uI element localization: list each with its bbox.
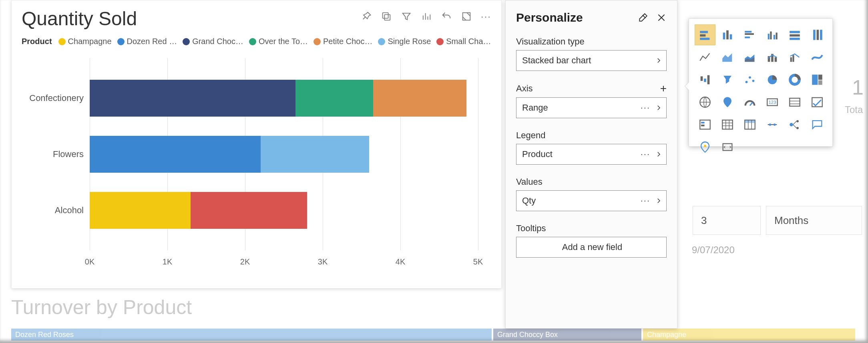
viz-option-area[interactable] [717, 47, 738, 68]
x-tick-label: 3K [318, 257, 328, 266]
svg-point-31 [749, 77, 751, 79]
legend-title: Product [22, 37, 52, 46]
legend-more-icon[interactable]: ··· [641, 149, 650, 159]
viz-option-scatter[interactable] [739, 69, 760, 90]
svg-rect-13 [770, 32, 772, 40]
legend-item[interactable]: Dozen Red … [117, 37, 177, 46]
viz-option-stacked-bar[interactable] [695, 24, 715, 45]
legend-value: Product [522, 149, 553, 159]
viz-option-ribbon[interactable] [807, 47, 828, 68]
viz-type-selector[interactable]: Stacked bar chart [516, 50, 667, 71]
svg-point-61 [790, 123, 793, 127]
stacked-bar [90, 80, 478, 117]
svg-rect-47 [701, 122, 705, 123]
background-kpi-number: 1 [852, 75, 864, 99]
undo-icon[interactable] [441, 11, 452, 22]
filter-icon[interactable] [401, 11, 412, 22]
viz-option-stacked-column[interactable] [717, 24, 738, 45]
legend-item[interactable]: Over the To… [249, 37, 308, 46]
legend-swatch [436, 38, 444, 45]
add-new-field-label: Add a new field [562, 242, 622, 252]
axis-more-icon[interactable]: ··· [641, 103, 650, 113]
svg-rect-37 [818, 80, 822, 85]
viz-option-donut[interactable] [784, 69, 805, 90]
viz-option-r-visual[interactable] [762, 114, 783, 135]
legend-swatch [313, 38, 321, 45]
viz-option-line[interactable] [695, 47, 715, 68]
viz-option-kpi[interactable] [807, 92, 828, 113]
copy-icon[interactable] [381, 11, 392, 22]
svg-rect-10 [745, 33, 754, 35]
svg-rect-21 [820, 30, 822, 40]
bar-segment[interactable] [90, 80, 295, 117]
legend-item[interactable]: Champagne [58, 37, 112, 46]
focus-mode-icon[interactable] [461, 11, 472, 22]
svg-rect-48 [701, 125, 705, 126]
background-field-months-value: Months [774, 214, 808, 227]
legend-item[interactable]: Petite Choc… [313, 37, 372, 46]
bar-segment[interactable] [261, 136, 370, 173]
tooltips-field-label: Tooltips [516, 223, 546, 234]
bar-segment[interactable] [191, 192, 307, 229]
close-icon[interactable] [656, 12, 667, 23]
svg-rect-49 [722, 120, 733, 129]
legend-item[interactable]: Single Rose [378, 37, 431, 46]
svg-rect-0 [384, 14, 390, 20]
pin-icon[interactable] [361, 11, 372, 22]
chevron-right-icon [655, 151, 662, 158]
viz-option-multi-card[interactable] [784, 92, 805, 113]
stacked-bar [90, 136, 478, 173]
viz-option-clustered-column[interactable] [762, 24, 783, 45]
svg-rect-8 [730, 34, 732, 40]
eraser-icon[interactable] [638, 12, 648, 23]
legend-item[interactable]: Small Cha… [436, 37, 491, 46]
svg-rect-9 [745, 31, 751, 32]
viz-option-pie[interactable] [762, 69, 783, 90]
axis-value: Range [522, 103, 548, 113]
viz-option-100-bar[interactable] [784, 24, 805, 45]
bar-segment[interactable] [90, 136, 261, 173]
bar-segment[interactable] [373, 80, 466, 117]
viz-option-card[interactable]: 123 [762, 92, 783, 113]
svg-rect-20 [817, 30, 819, 40]
svg-rect-16 [790, 31, 800, 33]
add-new-field-button[interactable]: Add a new field [516, 237, 667, 258]
viz-type-value: Stacked bar chart [522, 55, 591, 66]
viz-option-table[interactable] [717, 114, 738, 135]
background-field-3: 3 [693, 206, 761, 235]
legend-label: Single Rose [388, 37, 431, 46]
axis-add-icon[interactable]: + [660, 83, 667, 94]
personalize-icon[interactable] [421, 11, 432, 22]
viz-option-line-stacked-col[interactable] [762, 47, 783, 68]
svg-point-65 [796, 127, 799, 129]
viz-option-waterfall[interactable] [695, 69, 715, 90]
axis-field[interactable]: Range ··· [516, 97, 667, 118]
viz-option-gauge[interactable] [739, 92, 760, 113]
legend-field[interactable]: Product ··· [516, 144, 667, 165]
svg-rect-14 [774, 35, 775, 39]
bar-segment[interactable] [90, 192, 191, 229]
viz-option-line-clustered-col[interactable] [784, 47, 805, 68]
legend-item[interactable]: Grand Choc… [183, 37, 243, 46]
viz-option-key-influencers[interactable] [784, 114, 805, 135]
viz-option-slicer[interactable] [695, 114, 715, 135]
viz-option-filled-map[interactable] [717, 92, 738, 113]
turnover-bar-row: Dozen Red RosesGrand Choccy BoxChampagne [11, 329, 865, 341]
viz-option-clustered-bar[interactable] [739, 24, 760, 45]
viz-option-treemap[interactable] [807, 69, 828, 90]
viz-option-q-and-a[interactable] [807, 114, 828, 135]
viz-option-map[interactable] [695, 92, 715, 113]
values-more-icon[interactable]: ··· [641, 196, 650, 206]
values-field[interactable]: Qty ··· [516, 190, 667, 211]
viz-option-100-column[interactable] [807, 24, 828, 45]
viz-option-funnel[interactable] [717, 69, 738, 90]
viz-option-stacked-area[interactable] [739, 47, 760, 68]
more-options-icon[interactable]: ··· [481, 11, 491, 22]
legend-swatch [378, 38, 385, 45]
viz-option-matrix[interactable] [739, 114, 760, 135]
bar-segment[interactable] [295, 80, 373, 117]
viz-option-arcgis[interactable] [695, 137, 715, 157]
background-date-text: 9/07/2020 [692, 244, 735, 256]
legend-swatch [58, 38, 66, 45]
viz-option-python[interactable] [717, 137, 738, 157]
